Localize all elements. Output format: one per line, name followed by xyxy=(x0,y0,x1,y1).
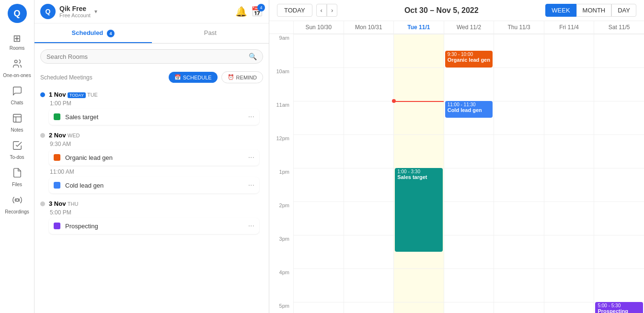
meeting-name: Sales target xyxy=(65,113,243,121)
hour-row xyxy=(594,235,644,268)
calendar: TODAY ‹ › Oct 30 – Nov 5, 2022 WEEK MONT… xyxy=(269,0,644,313)
calendar-icon[interactable]: 📅 4 xyxy=(251,6,263,17)
calendar-badge: 4 xyxy=(257,4,265,11)
hour-row xyxy=(294,201,344,235)
sidebar-item-rooms-label: Rooms xyxy=(10,45,25,51)
date-header: 2 Nov WED xyxy=(40,132,263,139)
hour-row xyxy=(494,34,544,67)
time-column: 9am10am11am12pm1pm2pm3pm4pm5pm xyxy=(269,34,293,313)
meetings-list: 1 Nov TODAYTUE1:00 PM Sales target ··· 2… xyxy=(34,87,269,313)
view-day-button[interactable]: DAY xyxy=(611,4,636,17)
notification-icon[interactable]: 🔔 xyxy=(235,6,247,17)
event-time: 5:00 - 5:30 xyxy=(598,303,641,308)
sidebar-item-todos[interactable]: To-dos xyxy=(0,136,34,164)
meeting-more-button[interactable]: ··· xyxy=(248,222,254,230)
svg-point-4 xyxy=(16,199,19,201)
view-week-button[interactable]: WEEK xyxy=(545,4,576,17)
hour-row xyxy=(294,268,344,302)
hour-row xyxy=(444,268,494,302)
calendar-event[interactable]: 5:00 - 5:30Prospecting xyxy=(595,302,643,313)
search-input[interactable] xyxy=(46,53,249,60)
sidebar-item-one-on-ones[interactable]: One-on-ones xyxy=(0,55,34,82)
hour-row xyxy=(594,168,644,201)
meeting-more-button[interactable]: ··· xyxy=(248,181,254,190)
remind-icon: ⏰ xyxy=(228,74,234,80)
sidebar-item-recordings[interactable]: Recordings xyxy=(0,191,34,218)
meeting-name: Cold lead gen xyxy=(65,182,243,189)
meeting-more-button[interactable]: ··· xyxy=(248,112,254,121)
calendar-scroll-area[interactable]: 9am10am11am12pm1pm2pm3pm4pm5pm 1:00 - 3:… xyxy=(269,34,644,313)
view-month-button[interactable]: MONTH xyxy=(576,4,612,17)
hour-row xyxy=(494,235,544,268)
schedule-button-label: SCHEDULE xyxy=(183,75,212,80)
remind-button[interactable]: ⏰ REMIND xyxy=(221,71,263,83)
meeting-name: Organic lead gen xyxy=(65,154,243,161)
meeting-more-button[interactable]: ··· xyxy=(248,153,254,162)
meeting-item[interactable]: Cold lead gen ··· xyxy=(49,177,259,193)
meeting-item[interactable]: Sales target ··· xyxy=(49,109,259,125)
sidebar-item-rooms[interactable]: ⊞ Rooms xyxy=(0,29,34,55)
sidebar-item-notes[interactable]: Notes xyxy=(0,109,34,136)
app-logo[interactable]: Q xyxy=(8,4,27,23)
event-time: 11:00 - 11:30 xyxy=(448,102,491,107)
hour-row xyxy=(544,201,594,235)
day-column xyxy=(293,34,344,313)
meeting-color-dot xyxy=(54,154,60,161)
hour-row xyxy=(344,134,394,168)
tab-past-label: Past xyxy=(204,29,217,36)
prev-button[interactable]: ‹ xyxy=(316,4,327,17)
hour-row xyxy=(344,302,394,313)
schedule-button[interactable]: 📅 SCHEDULE xyxy=(169,72,218,83)
search-bar[interactable]: 🔍 xyxy=(40,49,263,64)
calendar-days: 1:00 - 3:30Sales target9:30 - 10:00Organ… xyxy=(293,34,644,313)
hour-row xyxy=(294,235,344,268)
time-label: 1pm xyxy=(269,168,293,201)
notes-icon xyxy=(12,113,23,126)
hour-row xyxy=(394,34,444,67)
hour-row xyxy=(344,101,394,134)
hour-row xyxy=(344,268,394,302)
panel-logo: Q xyxy=(40,4,56,19)
hour-row xyxy=(594,134,644,168)
hour-row xyxy=(394,67,444,101)
event-title: Sales target xyxy=(397,174,440,180)
days-grid: 1:00 - 3:30Sales target9:30 - 10:00Organ… xyxy=(293,34,644,313)
meeting-item[interactable]: Prospecting ··· xyxy=(49,218,259,234)
hour-row xyxy=(494,168,544,201)
event-title: Cold lead gen xyxy=(448,107,491,113)
next-button[interactable]: › xyxy=(327,4,337,17)
recordings-icon xyxy=(12,195,23,208)
day-header: Sat 11/5 xyxy=(594,21,644,34)
one-on-ones-icon xyxy=(12,58,23,71)
date-header: 3 Nov THU xyxy=(40,200,263,207)
day-column: 1:00 - 3:30Sales target xyxy=(393,34,444,313)
hour-row xyxy=(494,67,544,101)
sidebar-item-files[interactable]: Files xyxy=(0,164,34,191)
day-header: Wed 11/2 xyxy=(444,21,494,34)
hour-row xyxy=(544,134,594,168)
time-label: 4pm xyxy=(269,268,293,302)
time-label: 12pm xyxy=(269,134,293,168)
tab-past[interactable]: Past xyxy=(152,23,269,43)
hour-row xyxy=(394,268,444,302)
hour-row xyxy=(544,34,594,67)
date-header: 1 Nov TODAYTUE xyxy=(40,91,263,98)
sidebar-item-chats[interactable]: Chats xyxy=(0,82,34,109)
time-label: 10am xyxy=(269,67,293,101)
calendar-event[interactable]: 9:30 - 10:00Organic lead gen xyxy=(445,51,493,67)
hour-row xyxy=(294,67,344,101)
meeting-time: 5:00 PM xyxy=(50,209,263,216)
hour-row xyxy=(294,168,344,201)
date-dot xyxy=(40,201,45,206)
tab-scheduled[interactable]: Scheduled 4 xyxy=(34,23,152,43)
meeting-item[interactable]: Organic lead gen ··· xyxy=(49,149,259,166)
hour-row xyxy=(544,235,594,268)
title-chevron-icon[interactable]: ▾ xyxy=(94,8,97,15)
calendar-event[interactable]: 1:00 - 3:30Sales target xyxy=(395,168,443,252)
calendar-event[interactable]: 11:00 - 11:30Cold lead gen xyxy=(445,101,493,118)
time-label: 2pm xyxy=(269,201,293,235)
day-column xyxy=(494,34,544,313)
today-button[interactable]: TODAY xyxy=(277,4,312,17)
meeting-time: 1:00 PM xyxy=(50,100,263,107)
hour-row xyxy=(544,67,594,101)
